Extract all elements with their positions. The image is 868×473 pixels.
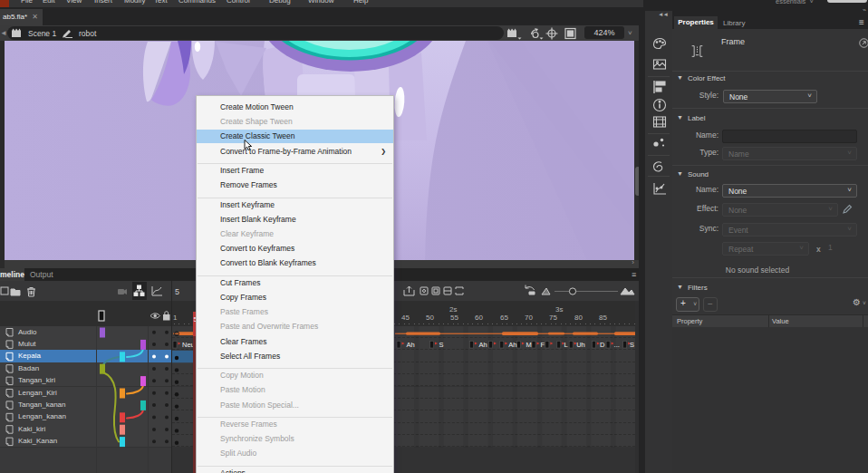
svg-text:L: L <box>564 341 568 349</box>
svg-text:F: F <box>541 341 545 349</box>
svg-text:5: 5 <box>175 287 179 296</box>
svg-text:Ah: Ah <box>508 341 516 349</box>
svg-text:Ah: Ah <box>478 341 487 349</box>
svg-text:Ah: Ah <box>407 341 415 349</box>
svg-text:M: M <box>526 341 531 349</box>
svg-text:S: S <box>630 341 634 349</box>
svg-text:...: ... <box>614 341 620 349</box>
svg-text:D: D <box>600 341 605 349</box>
svg-text:Uh: Uh <box>576 341 585 349</box>
svg-text:S: S <box>439 341 444 349</box>
